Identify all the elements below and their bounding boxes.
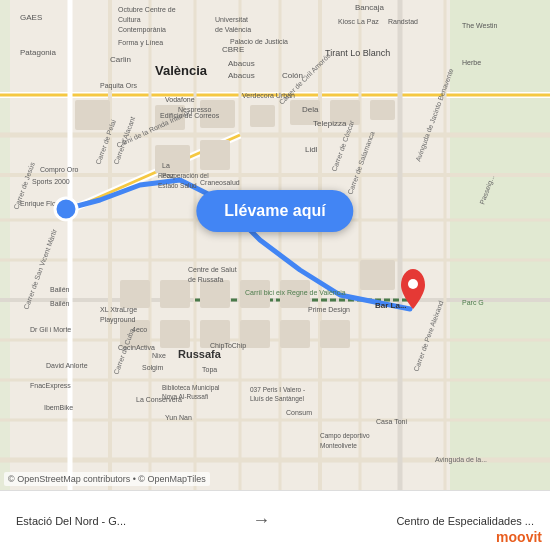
map-attribution: © OpenStreetMap contributors • © OpenMap… xyxy=(4,472,210,486)
svg-text:037 Peris I Valero -: 037 Peris I Valero - xyxy=(250,386,305,393)
svg-text:Centre de Salut: Centre de Salut xyxy=(188,266,237,273)
svg-text:IbemBike: IbemBike xyxy=(44,404,73,411)
svg-text:València: València xyxy=(155,63,208,78)
svg-text:Topa: Topa xyxy=(202,366,217,374)
moovit-logo: moovit xyxy=(496,528,542,546)
svg-text:GAES: GAES xyxy=(20,13,42,22)
svg-text:Russafa: Russafa xyxy=(178,348,222,360)
map-container: València Russafa Tirant Lo Blanch Bancaj… xyxy=(0,0,550,490)
svg-text:Patagonia: Patagonia xyxy=(20,48,57,57)
svg-text:Parc G: Parc G xyxy=(462,299,484,306)
svg-text:Kiosc La Paz: Kiosc La Paz xyxy=(338,18,379,25)
svg-text:Bailén: Bailén xyxy=(50,286,70,293)
svg-text:Compro Oro: Compro Oro xyxy=(40,166,79,174)
svg-text:Nixe: Nixe xyxy=(152,352,166,359)
svg-rect-42 xyxy=(160,320,190,348)
navigate-button[interactable]: Llévame aquí xyxy=(196,190,353,232)
svg-text:de València: de València xyxy=(215,26,251,33)
svg-text:Lluís de Santàngel: Lluís de Santàngel xyxy=(250,395,304,403)
svg-text:Tirant Lo Blanch: Tirant Lo Blanch xyxy=(325,48,390,58)
svg-text:Craneosalud: Craneosalud xyxy=(200,179,240,186)
svg-text:Paz: Paz xyxy=(162,172,175,179)
svg-text:Bar La...: Bar La... xyxy=(375,301,407,310)
svg-text:Biblioteca Municipal: Biblioteca Municipal xyxy=(162,384,220,392)
svg-text:Dr Gil i Morte: Dr Gil i Morte xyxy=(30,326,71,333)
svg-text:David Anlorte: David Anlorte xyxy=(46,362,88,369)
svg-text:Universitat: Universitat xyxy=(215,16,248,23)
svg-text:Bailén: Bailén xyxy=(50,300,70,307)
svg-text:Monteolivete: Monteolivete xyxy=(320,442,357,449)
svg-rect-2 xyxy=(0,0,10,490)
svg-text:Nova Al-Russafi: Nova Al-Russafi xyxy=(162,393,208,400)
svg-text:Abacus: Abacus xyxy=(228,59,255,68)
moovit-text: moovit xyxy=(496,529,542,545)
svg-text:Avinguda de la...: Avinguda de la... xyxy=(435,456,487,464)
svg-rect-37 xyxy=(160,280,190,308)
svg-text:FnacExpress: FnacExpress xyxy=(30,382,71,390)
svg-text:Consum: Consum xyxy=(286,409,312,416)
svg-text:de Russafa: de Russafa xyxy=(188,276,224,283)
svg-text:Estado Salud: Estado Salud xyxy=(158,182,197,189)
svg-text:Bancaja: Bancaja xyxy=(355,3,384,12)
arrow-icon: → xyxy=(252,510,270,531)
svg-rect-36 xyxy=(120,280,150,308)
svg-text:The Westin: The Westin xyxy=(462,22,497,29)
svg-rect-35 xyxy=(200,140,230,170)
svg-rect-33 xyxy=(370,100,395,120)
svg-rect-1 xyxy=(450,0,550,490)
svg-text:Herbe: Herbe xyxy=(462,59,481,66)
bottom-bar: Estació Del Nord - G... → Centro de Espe… xyxy=(0,490,550,550)
svg-rect-46 xyxy=(320,320,350,348)
svg-text:La: La xyxy=(162,162,170,169)
svg-rect-27 xyxy=(75,100,110,130)
svg-text:Campo deportivo: Campo deportivo xyxy=(320,432,370,440)
svg-text:Lidl: Lidl xyxy=(305,145,318,154)
svg-text:Octubre Centre de: Octubre Centre de xyxy=(118,6,176,13)
svg-rect-47 xyxy=(360,260,395,290)
svg-rect-34 xyxy=(155,145,190,173)
svg-text:Yun Nan: Yun Nan xyxy=(165,414,192,421)
svg-text:Carril bici eix Regne de Valèn: Carril bici eix Regne de València xyxy=(245,289,346,297)
svg-text:Sports 2000: Sports 2000 xyxy=(32,178,70,186)
svg-text:Prime Design: Prime Design xyxy=(308,306,350,314)
svg-point-129 xyxy=(55,198,77,220)
svg-text:Playground: Playground xyxy=(100,316,136,324)
svg-point-130 xyxy=(408,279,418,289)
svg-text:Vodafone: Vodafone xyxy=(165,96,195,103)
svg-text:Dela: Dela xyxy=(302,105,319,114)
svg-text:Carlin: Carlin xyxy=(110,55,131,64)
svg-text:Forma y Línea: Forma y Línea xyxy=(118,39,163,47)
svg-rect-45 xyxy=(280,320,310,348)
svg-text:Palacio de Justicia: Palacio de Justicia xyxy=(230,38,288,45)
svg-text:XL XtraLrge: XL XtraLrge xyxy=(100,306,137,314)
svg-text:Cultura: Cultura xyxy=(118,16,141,23)
svg-text:Solgim: Solgim xyxy=(142,364,164,372)
svg-text:Randstad: Randstad xyxy=(388,18,418,25)
svg-text:Casa Toni: Casa Toni xyxy=(376,418,407,425)
svg-text:Contemporània: Contemporània xyxy=(118,26,166,34)
svg-text:Paquita Ors: Paquita Ors xyxy=(100,82,137,90)
svg-text:Abacus: Abacus xyxy=(228,71,255,80)
svg-rect-30 xyxy=(250,105,275,127)
destination-label: Centro de Especialidades ... xyxy=(396,515,534,527)
svg-rect-38 xyxy=(200,280,230,308)
origin-label: Estació Del Nord - G... xyxy=(16,515,126,527)
svg-text:CBRE: CBRE xyxy=(222,45,244,54)
svg-text:Telepizza: Telepizza xyxy=(313,119,347,128)
svg-text:ChipToChip: ChipToChip xyxy=(210,342,246,350)
